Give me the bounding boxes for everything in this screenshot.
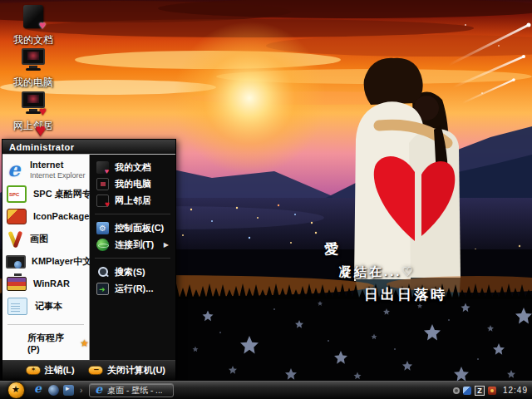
turn-off-label: 关闭计算机(U)	[107, 364, 165, 377]
system-tray: Z 12:49	[453, 386, 532, 396]
start-menu-footer: 注销(L) 关闭计算机(U)	[2, 360, 175, 380]
paint-icon	[5, 229, 25, 249]
control-panel-icon	[96, 222, 109, 234]
menu-item-notepad[interactable]: 记事本	[2, 295, 89, 318]
menu-item-title: IconPackager	[33, 212, 93, 221]
quick-launch-globe-icon[interactable]	[48, 385, 59, 396]
window-title: 桌面 - 壁纸 - ...	[107, 385, 162, 397]
start-menu: Administrator InternetInternet Explorer …	[2, 139, 176, 381]
taskbar-window-button[interactable]: 桌面 - 壁纸 - ...	[89, 383, 174, 397]
user-name: Administrator	[9, 142, 75, 152]
run-icon	[96, 283, 109, 295]
quick-launch-bar: ›	[33, 385, 82, 396]
separator	[7, 324, 84, 325]
taskbar-clock[interactable]: 12:49	[503, 386, 528, 395]
network-places-icon: ♥	[19, 90, 47, 116]
menu-item-internet[interactable]: InternetInternet Explorer	[2, 157, 89, 183]
desktop-icon-label: 网上邻居	[7, 119, 60, 133]
winrar-icon	[7, 277, 27, 291]
desktop: 愛 凝結在...♡ 日出日落時 ♥ 我的文档 我的电脑 ♥ 网上邻居 ♥ Adm…	[0, 0, 532, 399]
desktop-icon-label: 我的电脑	[7, 76, 60, 90]
input-method-indicator[interactable]: Z	[475, 386, 485, 396]
taskbar: › 桌面 - 壁纸 - ... Z 12:49	[0, 381, 532, 399]
all-programs-label: 所有程序(P)	[27, 332, 73, 354]
spc-app-icon	[7, 185, 27, 203]
menu-item-label: 连接到(T)	[115, 239, 154, 251]
menu-item-title: WinRAR	[33, 279, 70, 288]
log-off-button[interactable]: 注销(L)	[26, 364, 75, 377]
turn-off-computer-button[interactable]: 关闭计算机(U)	[88, 364, 165, 377]
menu-item-control-panel[interactable]: 控制面板(C)	[90, 219, 175, 236]
start-menu-places-list: 我的文档 我的电脑 网上邻居 控制面板(C) 连接到(T)	[90, 155, 175, 360]
my-documents-icon: ♥	[19, 4, 47, 31]
notepad-icon	[7, 298, 27, 315]
iconpackager-icon	[7, 209, 27, 224]
all-programs-button[interactable]: 所有程序(P)	[2, 328, 89, 360]
log-off-icon	[26, 366, 41, 375]
menu-item-network-places[interactable]: 网上邻居	[90, 192, 175, 209]
tray-app-icon[interactable]	[488, 387, 496, 395]
turn-off-icon	[88, 366, 103, 375]
internet-explorer-icon	[5, 160, 25, 180]
menu-item-spc[interactable]: SPC 桌酷网专用版	[2, 183, 89, 205]
menu-item-label: 网上邻居	[115, 195, 151, 207]
menu-item-label: 运行(R)...	[115, 283, 153, 295]
my-documents-icon	[96, 161, 109, 174]
start-menu-header: Administrator	[2, 140, 175, 155]
wallpaper-caption-line3: 日出日落時	[364, 285, 447, 304]
my-computer-icon	[19, 47, 47, 73]
menu-item-label: 我的文档	[115, 161, 151, 174]
start-menu-pinned-list: InternetInternet Explorer SPC 桌酷网专用版 Ico…	[2, 155, 90, 360]
menu-item-label: 控制面板(C)	[115, 222, 164, 234]
log-off-label: 注销(L)	[45, 364, 75, 377]
desktop-icon-network-places[interactable]: ♥ 网上邻居	[7, 90, 60, 133]
quick-launch-expand-icon[interactable]: ›	[80, 386, 82, 395]
menu-item-title: 画图	[30, 234, 48, 244]
all-programs-star-icon	[80, 337, 89, 349]
start-button[interactable]	[7, 382, 25, 399]
menu-item-paint[interactable]: 画图	[2, 228, 89, 250]
wallpaper-caption-line1: 愛	[324, 239, 341, 259]
menu-item-label: 我的电脑	[115, 178, 151, 190]
menu-item-my-computer[interactable]: 我的电脑	[90, 175, 175, 192]
desktop-icon-label: 我的文档	[7, 33, 60, 47]
desktop-icon-my-documents[interactable]: ♥ 我的文档	[7, 4, 60, 47]
menu-item-connect-to[interactable]: 连接到(T) ▶	[90, 236, 175, 253]
menu-item-title: 记事本	[35, 302, 62, 311]
menu-item-run[interactable]: 运行(R)...	[90, 280, 175, 297]
submenu-arrow-icon: ▶	[164, 241, 169, 249]
menu-item-subtitle: Internet Explorer	[30, 171, 86, 180]
quick-launch-ie-icon[interactable]	[33, 385, 44, 396]
menu-item-winrar[interactable]: WinRAR	[2, 273, 89, 295]
menu-item-label: 搜索(S)	[115, 266, 145, 278]
menu-item-iconpackager[interactable]: IconPackager	[2, 205, 89, 228]
my-computer-icon	[96, 178, 109, 190]
separator	[95, 258, 170, 259]
desktop-icon-my-computer[interactable]: 我的电脑	[7, 47, 60, 90]
menu-item-my-documents[interactable]: 我的文档	[90, 159, 175, 175]
menu-item-title: Internet	[30, 160, 63, 170]
kmplayer-icon	[6, 255, 26, 268]
tray-status-icon[interactable]	[453, 387, 460, 394]
quick-launch-media-icon[interactable]	[63, 385, 74, 396]
connect-to-icon	[96, 239, 109, 251]
menu-item-search[interactable]: 搜索(S)	[90, 264, 175, 280]
menu-item-kmplayer[interactable]: KMPlayer中文版	[2, 250, 89, 273]
tray-messenger-icon[interactable]	[463, 387, 471, 395]
heart-icon: ♥	[35, 122, 46, 139]
ie-icon	[94, 386, 104, 396]
search-icon	[96, 266, 109, 278]
wallpaper-caption-line2: 凝結在...♡	[339, 264, 416, 280]
network-places-icon	[96, 195, 109, 207]
separator	[95, 214, 170, 214]
